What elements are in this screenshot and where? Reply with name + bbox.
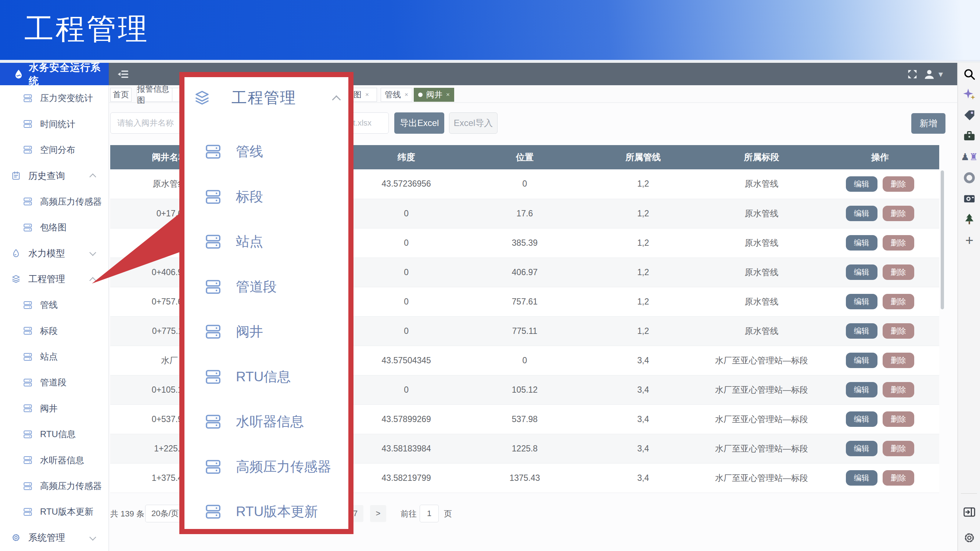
close-icon[interactable]: ×: [446, 91, 450, 98]
goto-page-input[interactable]: [420, 505, 439, 522]
server-icon: [23, 326, 33, 336]
edit-button[interactable]: 编辑: [846, 382, 878, 397]
edit-button[interactable]: 编辑: [846, 353, 878, 368]
server-icon: [204, 233, 222, 251]
tree-icon[interactable]: [963, 212, 976, 226]
popup-menu-item-管道段[interactable]: 管道段: [185, 265, 348, 310]
ring-icon[interactable]: [963, 171, 976, 185]
collapse-menu-icon[interactable]: [116, 68, 129, 81]
server-icon: [204, 323, 222, 340]
delete-button[interactable]: 删除: [883, 411, 914, 427]
delete-button[interactable]: 删除: [883, 323, 914, 339]
edit-button[interactable]: 编辑: [846, 294, 878, 309]
delete-button[interactable]: 删除: [883, 470, 914, 486]
table-cell: 水厂至亚心管理站—标段: [702, 375, 821, 405]
popup-menu-item-站点[interactable]: 站点: [185, 219, 348, 265]
export-excel-button[interactable]: 导出Excel: [394, 113, 444, 134]
page-size-value: 20条/页: [151, 508, 179, 519]
drop-icon: [11, 248, 21, 258]
add-button[interactable]: 新增: [911, 113, 945, 134]
sidebar-item-压力突变统计[interactable]: 压力突变统计: [0, 85, 108, 111]
sidebar-item-管线[interactable]: 管线: [0, 292, 108, 318]
tab-首页[interactable]: 首页: [110, 88, 132, 102]
sidebar-item-RTU版本更新[interactable]: RTU版本更新: [0, 499, 108, 524]
tab-阀井[interactable]: 阀井×: [414, 88, 454, 102]
popup-item-label: 管线: [236, 143, 263, 161]
close-icon[interactable]: ×: [365, 91, 369, 98]
row-actions: 编辑删除: [821, 346, 939, 375]
sidebar-item-站点[interactable]: 站点: [0, 344, 108, 370]
sidebar-item-管道段[interactable]: 管道段: [0, 370, 108, 395]
popup-menu-item-管线[interactable]: 管线: [185, 129, 348, 175]
sidebar-item-阀井[interactable]: 阀井: [0, 395, 108, 421]
popup-menu-item-RTU信息[interactable]: RTU信息: [185, 354, 348, 400]
popup-menu-item-高频压力传感器[interactable]: 高频压力传感器: [185, 445, 348, 490]
table-cell: 0: [347, 199, 466, 228]
caret-down-icon[interactable]: ▾: [939, 69, 943, 80]
popup-menu-item-水听器信息[interactable]: 水听器信息: [185, 399, 348, 445]
popup-menu-item-标段[interactable]: 标段: [185, 175, 348, 220]
brand: 水务安全运行系统: [0, 63, 109, 85]
next-page-button[interactable]: >: [370, 505, 386, 522]
search-icon[interactable]: [963, 67, 976, 81]
delete-button[interactable]: 删除: [883, 176, 914, 192]
sidebar-item-包络图[interactable]: 包络图: [0, 214, 108, 240]
server-icon: [23, 222, 33, 232]
edit-button[interactable]: 编辑: [846, 265, 878, 280]
delete-button[interactable]: 删除: [883, 294, 914, 309]
tag-icon[interactable]: [963, 108, 976, 122]
sidebar-item-时间统计[interactable]: 时间统计: [0, 111, 108, 137]
delete-button[interactable]: 删除: [883, 441, 914, 456]
popup-header[interactable]: 工程管理: [185, 77, 348, 108]
popup-menu-item-阀井[interactable]: 阀井: [185, 309, 348, 354]
server-icon: [23, 507, 33, 517]
fullscreen-icon[interactable]: [906, 68, 919, 81]
sidebar-item-高频压力传感器[interactable]: 高频压力传感器: [0, 189, 108, 214]
sidebar-item-label: 系统管理: [28, 532, 65, 544]
column-header: 纬度: [347, 145, 466, 169]
panel-icon[interactable]: [963, 505, 976, 519]
table-cell: 0: [347, 228, 466, 257]
brand-title: 水务安全运行系统: [29, 61, 109, 87]
import-excel-button[interactable]: Excel导入: [449, 113, 498, 134]
tab-管线[interactable]: 管线×: [381, 88, 412, 102]
edit-button[interactable]: 编辑: [846, 411, 878, 427]
popup-menu-item-RTU版本更新[interactable]: RTU版本更新: [185, 489, 348, 535]
close-icon[interactable]: ×: [404, 91, 408, 98]
sidebar-item-空间分布[interactable]: 空间分布: [0, 137, 108, 163]
chevron-down-icon: [89, 249, 96, 256]
sidebar-item-RTU信息[interactable]: RTU信息: [0, 421, 108, 447]
edit-button[interactable]: 编辑: [846, 470, 878, 486]
user-icon[interactable]: [923, 68, 935, 81]
sidebar-item-高频压力传感器[interactable]: 高频压力传感器: [0, 473, 108, 499]
delete-button[interactable]: 删除: [883, 265, 914, 280]
table-scrollbar[interactable]: [941, 170, 944, 309]
sidebar-item-标段[interactable]: 标段: [0, 318, 108, 344]
sidebar-item-工程管理[interactable]: 工程管理: [0, 266, 108, 292]
notebook-icon: [11, 171, 21, 181]
edit-button[interactable]: 编辑: [846, 235, 878, 251]
briefcase-icon[interactable]: [963, 129, 976, 143]
edit-button[interactable]: 编辑: [846, 441, 878, 456]
sparkle-icon[interactable]: [963, 87, 976, 102]
delete-button[interactable]: 删除: [883, 206, 914, 221]
camera-icon[interactable]: [963, 191, 976, 205]
table-cell: 原水管线: [702, 316, 821, 346]
delete-button[interactable]: 删除: [883, 353, 914, 368]
sidebar-item-水力模型[interactable]: 水力模型: [0, 240, 108, 266]
sidebar-item-水听器信息[interactable]: 水听器信息: [0, 447, 108, 473]
table-cell: 1225.8: [466, 434, 584, 463]
delete-button[interactable]: 删除: [883, 235, 914, 251]
edit-button[interactable]: 编辑: [846, 323, 878, 339]
sidebar-item-历史查询[interactable]: 历史查询: [0, 163, 108, 189]
table-cell: 3,4: [584, 405, 702, 434]
plus-icon[interactable]: +: [963, 233, 976, 247]
sidebar-item-系统管理[interactable]: 系统管理: [0, 525, 108, 551]
edit-button[interactable]: 编辑: [846, 206, 878, 221]
edit-button[interactable]: 编辑: [846, 176, 878, 192]
gear-outline-icon[interactable]: [963, 531, 976, 545]
goto-unit: 页: [444, 508, 452, 519]
active-dot-icon: [418, 92, 423, 97]
delete-button[interactable]: 删除: [883, 382, 914, 397]
chess-icon[interactable]: ♟♜: [963, 150, 976, 164]
